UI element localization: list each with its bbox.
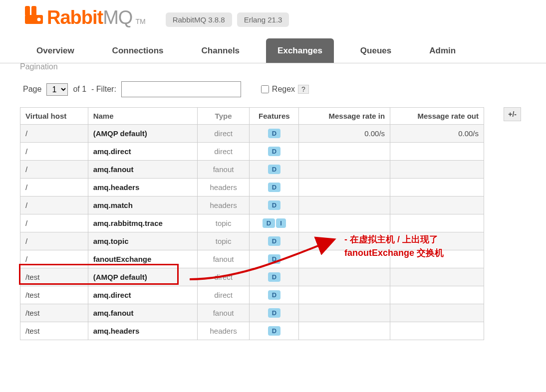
cell-rate-out xyxy=(390,214,484,232)
annotation-line2: fanoutExchange 交换机 xyxy=(344,248,444,258)
cell-vhost: /test xyxy=(20,304,88,322)
tab-admin[interactable]: Admin xyxy=(418,38,467,63)
feature-badge: D xyxy=(268,236,280,246)
table-row: /testamq.directdirectD xyxy=(20,286,484,304)
cell-rate-in xyxy=(299,143,390,161)
cell-features: D xyxy=(250,179,299,196)
table-row: /amq.headersheadersD xyxy=(20,179,484,196)
cell-type: topic xyxy=(197,214,249,232)
cell-vhost: / xyxy=(20,179,88,196)
version-badges: RabbitMQ 3.8.8 Erlang 21.3 xyxy=(166,12,289,27)
cell-vhost: / xyxy=(20,232,88,250)
table-header-row: Virtual host Name Type Features Message … xyxy=(20,108,484,125)
filter-input[interactable] xyxy=(121,81,241,97)
cell-rate-out xyxy=(390,268,484,286)
table-row: /testamq.fanoutfanoutD xyxy=(20,304,484,322)
cell-features: D xyxy=(250,322,299,340)
regex-checkbox[interactable] xyxy=(261,85,269,93)
cell-rate-out xyxy=(390,322,484,340)
tab-queues[interactable]: Queues xyxy=(349,38,403,63)
cell-rate-in: 0.00/s xyxy=(299,125,390,143)
th-rate-in[interactable]: Message rate in xyxy=(299,108,390,125)
cell-type: direct xyxy=(197,286,249,304)
feature-badge: D xyxy=(268,290,280,300)
cell-name[interactable]: amq.headers xyxy=(88,322,197,340)
feature-badge: D xyxy=(268,147,280,156)
cell-name[interactable]: amq.direct xyxy=(88,143,197,161)
cell-type: fanout xyxy=(197,250,249,268)
cell-rate-out xyxy=(390,304,484,322)
annotation-line1: - 在虚拟主机 / 上出现了 xyxy=(344,234,438,244)
cell-name[interactable]: fanoutExchange xyxy=(88,250,197,268)
cell-name[interactable]: amq.match xyxy=(88,196,197,214)
cell-features: D xyxy=(250,125,299,143)
section-title: Pagination xyxy=(0,62,546,71)
svg-point-3 xyxy=(37,18,41,21)
feature-badge: D xyxy=(268,272,280,282)
cell-rate-out xyxy=(390,286,484,304)
cell-vhost: / xyxy=(20,250,88,268)
page-select[interactable]: 1 xyxy=(46,83,68,96)
tab-connections[interactable]: Connections xyxy=(101,38,175,63)
cell-type: headers xyxy=(197,322,249,340)
cell-vhost: /test xyxy=(20,268,88,286)
cell-vhost: / xyxy=(20,125,88,143)
cell-name[interactable]: amq.rabbitmq.trace xyxy=(88,214,197,232)
feature-badge: D xyxy=(268,165,280,174)
th-name[interactable]: Name xyxy=(88,108,197,125)
cell-type: direct xyxy=(197,268,249,286)
th-rate-out[interactable]: Message rate out xyxy=(390,108,484,125)
cell-name[interactable]: amq.fanout xyxy=(88,161,197,179)
cell-rate-in xyxy=(299,161,390,179)
page-of-label: of 1 xyxy=(73,85,86,94)
th-vhost[interactable]: Virtual host xyxy=(20,108,88,125)
logo-tm: TM xyxy=(135,17,145,25)
feature-badge: D xyxy=(268,129,280,138)
header: RabbitMQ TM RabbitMQ 3.8.8 Erlang 21.3 xyxy=(0,0,546,28)
tab-channels[interactable]: Channels xyxy=(190,38,252,63)
cell-type: fanout xyxy=(197,161,249,179)
cell-features: D xyxy=(250,196,299,214)
cell-type: headers xyxy=(197,179,249,196)
cell-vhost: / xyxy=(20,214,88,232)
th-type[interactable]: Type xyxy=(197,108,249,125)
regex-help-button[interactable]: ? xyxy=(298,85,309,94)
cell-name[interactable]: amq.headers xyxy=(88,179,197,196)
feature-badge: I xyxy=(276,218,286,228)
cell-name[interactable]: amq.direct xyxy=(88,286,197,304)
cell-name[interactable]: (AMQP default) xyxy=(88,125,197,143)
page-label: Page xyxy=(23,85,41,94)
cell-name[interactable]: (AMQP default) xyxy=(88,268,197,286)
cell-rate-in xyxy=(299,196,390,214)
cell-rate-out xyxy=(390,161,484,179)
filter-label: - Filter: xyxy=(91,85,116,94)
exchanges-table: Virtual host Name Type Features Message … xyxy=(20,107,484,340)
columns-toggle-button[interactable]: +/- xyxy=(504,107,521,121)
table-row: /amq.rabbitmq.tracetopicDI xyxy=(20,214,484,232)
tab-exchanges[interactable]: Exchanges xyxy=(266,38,334,63)
table-row: /amq.directdirectD xyxy=(20,143,484,161)
cell-features: D xyxy=(250,161,299,179)
cell-rate-out: 0.00/s xyxy=(390,125,484,143)
table-row: /test(AMQP default)directD xyxy=(20,268,484,286)
cell-type: topic xyxy=(197,232,249,250)
cell-rate-in xyxy=(299,268,390,286)
cell-features: D xyxy=(250,304,299,322)
erlang-version-badge: Erlang 21.3 xyxy=(237,12,289,27)
cell-name[interactable]: amq.fanout xyxy=(88,304,197,322)
exchanges-table-wrap: +/- Virtual host Name Type Features Mess… xyxy=(0,107,546,340)
tab-overview[interactable]: Overview xyxy=(25,38,86,63)
table-row: /amq.fanoutfanoutD xyxy=(20,161,484,179)
cell-features: D xyxy=(250,286,299,304)
feature-badge: D xyxy=(268,254,280,264)
cell-name[interactable]: amq.topic xyxy=(88,232,197,250)
cell-vhost: / xyxy=(20,161,88,179)
cell-features: D xyxy=(250,232,299,250)
logo-text-rabbit: Rabbit xyxy=(47,7,103,28)
logo[interactable]: RabbitMQ TM xyxy=(25,6,146,28)
annotation-text: - 在虚拟主机 / 上出现了 fanoutExchange 交换机 xyxy=(344,233,444,260)
svg-rect-2 xyxy=(31,6,36,16)
th-features[interactable]: Features xyxy=(250,108,299,125)
pagination-row: Page 1 of 1 - Filter: Regex ? xyxy=(0,71,546,107)
feature-badge: D xyxy=(268,183,280,192)
